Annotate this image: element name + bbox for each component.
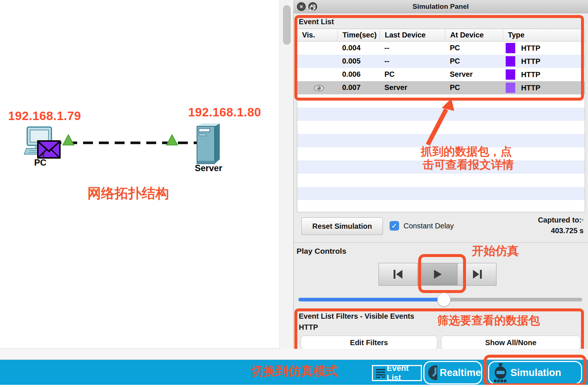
event-list-icon [375,368,385,379]
show-all-none-button[interactable]: Show All/None [441,336,581,350]
realtime-clock-icon [427,365,437,381]
realtime-mode-button[interactable]: Realtime [423,361,482,384]
event-row[interactable]: 0.005 -- PC HTTP [297,55,585,68]
event-row[interactable]: 0.004 -- PC HTTP [297,41,585,55]
step-forward-button[interactable] [457,263,496,286]
section-divider [294,242,588,243]
col-vis[interactable]: Vis. [297,29,337,41]
packet-annotation-arrow [415,96,463,148]
packet-color-swatch [506,56,515,66]
server-ip-label: 192.168.1.80 [188,105,261,119]
event-list-heading: Event List [299,18,334,26]
packet-tracer-window: 192.168.1.79 192.168.1.80 [0,0,588,387]
captured-to-readout: Captured to:* 403.725 s [492,215,584,236]
packet-color-swatch [506,83,515,93]
constant-delay-label: Constant Delay [404,222,454,230]
canvas-scrollbar-track[interactable] [280,0,293,349]
event-row[interactable]: 0.006 PC Server HTTP [297,68,585,81]
constant-delay-checkbox[interactable]: ✓ [390,221,399,231]
col-time[interactable]: Time(sec) [337,29,380,41]
filter-annotation: 筛选要查看的数据包 [437,313,540,328]
play-controls-heading: Play Controls [297,247,346,256]
col-last-device[interactable]: Last Device [380,29,445,41]
event-list-toggle-button[interactable]: Event List [372,365,422,381]
canvas-scrollbar-thumb[interactable] [283,5,291,45]
filters-heading: Event List Filters - Visible Events [299,312,414,321]
play-controls-group [379,263,496,286]
server-device-icon[interactable] [196,123,221,165]
status-strip [0,349,588,360]
pc-device-label: PC [34,158,46,168]
edit-filters-button[interactable]: Edit Filters [301,336,437,350]
packet-color-swatch [506,43,515,53]
event-list-header: Vis. Time(sec) Last Device At Device Typ… [297,29,585,41]
speed-slider-fill [298,298,440,301]
bottom-margin [0,385,588,387]
start-simulation-annotation: 开始仿真 [472,243,519,259]
active-filter-label: HTTP [299,323,318,332]
play-button[interactable] [418,263,457,286]
link-status-up-icon [166,134,178,146]
pc-ip-label: 192.168.1.79 [8,109,81,123]
topology-canvas[interactable]: 192.168.1.79 192.168.1.80 [0,0,280,349]
simulation-panel-titlebar: Simulation Panel [293,0,588,13]
step-back-button[interactable] [379,263,418,286]
simulation-mode-button[interactable]: Simulation [488,361,582,384]
topology-caption-annotation: 网络拓扑结构 [87,184,169,203]
packet-color-swatch [506,69,515,80]
close-icon[interactable]: × [297,2,306,11]
link-status-up-icon [62,134,75,146]
speed-slider-thumb[interactable] [437,293,451,307]
server-device-label: Server [195,163,222,173]
visible-eye-icon [313,84,325,92]
mode-annotation: 切换到仿真模式 [251,363,338,380]
packet-envelope-icon[interactable] [37,140,61,159]
panel-title: Simulation Panel [293,0,588,13]
reset-simulation-button[interactable]: Reset Simulation [301,217,383,235]
simulation-stopwatch-icon [492,363,509,383]
event-row-selected[interactable]: 0.007 Server PC HTTP [297,81,585,94]
float-window-icon[interactable] [308,2,317,11]
col-at-device[interactable]: At Device [445,29,503,41]
packet-note-annotation-line2: 击可查看报文详情 [423,157,514,173]
col-type[interactable]: Type [503,29,585,41]
